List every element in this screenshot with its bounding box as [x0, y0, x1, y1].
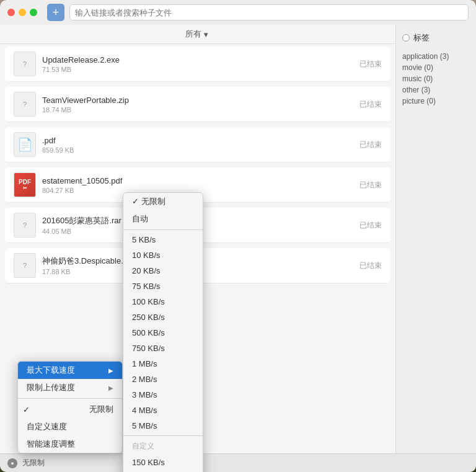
tag-music[interactable]: music (0): [402, 73, 470, 84]
submenu-arrow: ▶: [108, 367, 113, 374]
torrent-size: 859.59 KB: [42, 146, 353, 154]
traffic-lights: [7, 9, 37, 16]
menu-item-max-download[interactable]: 最大下载速度 ▶: [18, 362, 122, 379]
menu-item-500kbs[interactable]: 500 KB/s: [123, 325, 203, 341]
filter-arrow: ▾: [204, 30, 208, 39]
torrent-file-icon: ?: [14, 51, 36, 76]
menu-item-75kbs[interactable]: 75 KB/s: [123, 278, 203, 294]
status-icon: ●: [7, 458, 17, 468]
torrent-info: .pdf 859.59 KB: [42, 136, 353, 154]
torrent-status: 已结束: [359, 99, 382, 110]
menu-item-100kbs[interactable]: 100 KB/s: [123, 294, 203, 309]
tag-other[interactable]: other (3): [402, 84, 470, 96]
torrent-file-icon: 📄: [14, 132, 36, 157]
status-speed-label: 无限制: [22, 458, 45, 468]
torrent-item[interactable]: 📄 .pdf 859.59 KB 已结束: [5, 127, 390, 163]
filter-label: 所有: [185, 29, 201, 40]
menu-item-4mbs[interactable]: 4 MB/s: [123, 403, 203, 418]
tag-title: 标签: [413, 32, 430, 43]
torrent-item[interactable]: ? UpdateRelease.2.exe 71.53 MB 已结束: [5, 47, 390, 82]
tag-panel: 标签 application (3) movie (0) music (0) o…: [395, 25, 476, 453]
minimize-button[interactable]: [19, 9, 26, 16]
torrent-size: 71.53 MB: [42, 66, 353, 73]
torrent-info: estatement_10505.pdf 804.27 KB: [42, 176, 353, 194]
menu-item-1mbs[interactable]: 1 MB/s: [123, 356, 203, 372]
torrent-info: TeamViewerPortable.zip 18.74 MB: [42, 96, 353, 114]
tag-radio[interactable]: [402, 34, 410, 42]
pdf-file-icon: PDF ✂: [14, 172, 36, 197]
menu-item-250kbs[interactable]: 250 KB/s: [123, 309, 203, 325]
torrent-file-icon: ?: [14, 253, 36, 278]
tag-movie[interactable]: movie (0): [402, 62, 470, 73]
torrent-status: 已结束: [359, 260, 382, 271]
torrent-status: 已结束: [359, 180, 382, 190]
menu-item-limit-upload[interactable]: 限制上传速度 ▶: [18, 379, 122, 396]
submenu-arrow: ▶: [108, 385, 113, 391]
menu-item-auto[interactable]: 自动: [123, 210, 203, 228]
torrent-status: 已结束: [359, 220, 382, 231]
torrent-status: 已结束: [359, 140, 382, 150]
maximize-button[interactable]: [30, 9, 37, 16]
torrent-name: .pdf: [42, 136, 353, 145]
filter-bar[interactable]: 所有 ▾: [0, 25, 395, 44]
torrent-name: estatement_10505.pdf: [42, 176, 353, 185]
torrent-file-icon: ?: [14, 92, 36, 117]
menu-item-5kbs[interactable]: 5 KB/s: [123, 232, 203, 247]
menu-item-150kbs[interactable]: 150 KB/s: [123, 455, 203, 470]
tag-picture[interactable]: picture (0): [402, 96, 470, 107]
context-menu-right: ✓ 无限制 自动 5 KB/s 10 KB/s 20 KB/s 75 KB/s …: [123, 192, 203, 472]
torrent-item[interactable]: ? TeamViewerPortable.zip 18.74 MB 已结束: [5, 87, 390, 122]
search-input[interactable]: [69, 4, 469, 20]
menu-separator: [123, 435, 203, 436]
menu-item-2mbs[interactable]: 2 MB/s: [123, 372, 203, 387]
torrent-file-icon: ?: [14, 213, 36, 238]
menu-item-20kbs[interactable]: 20 KB/s: [123, 263, 203, 278]
menu-item-10kbs[interactable]: 10 KB/s: [123, 247, 203, 263]
menu-separator: [123, 229, 203, 230]
torrent-name: UpdateRelease.2.exe: [42, 55, 353, 65]
menu-item-smart-speed[interactable]: 智能速度调整: [18, 435, 122, 453]
menu-item-custom-speed[interactable]: 自定义速度: [18, 418, 122, 435]
status-bar: ● 无限制: [0, 453, 476, 472]
menu-separator: [18, 398, 122, 399]
menu-item-750kbs[interactable]: 750 KB/s: [123, 341, 203, 356]
menu-item-unlimited[interactable]: 无限制: [18, 401, 122, 418]
tag-application[interactable]: application (3): [402, 51, 470, 62]
tag-header: 标签: [402, 32, 470, 43]
context-menu-left: 最大下载速度 ▶ 限制上传速度 ▶ 无限制 自定义速度 智能速度调整: [17, 361, 123, 453]
torrent-size: 18.74 MB: [42, 106, 353, 114]
add-torrent-button[interactable]: +: [47, 4, 64, 21]
menu-item-5mbs[interactable]: 5 MB/s: [123, 418, 203, 434]
torrent-info: UpdateRelease.2.exe 71.53 MB: [42, 55, 353, 73]
menu-item-custom-label: 自定义: [123, 438, 203, 455]
torrent-status: 已结束: [359, 59, 382, 69]
menu-item-unlimited-speed[interactable]: ✓ 无限制: [123, 193, 203, 210]
titlebar: +: [0, 0, 476, 25]
menu-item-3mbs[interactable]: 3 MB/s: [123, 387, 203, 403]
close-button[interactable]: [7, 9, 15, 16]
torrent-name: TeamViewerPortable.zip: [42, 96, 353, 105]
